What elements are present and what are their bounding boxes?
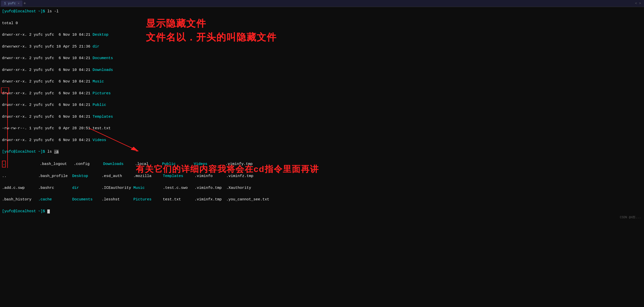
ll-row-8: -rw-rw-r--. 1 yufc yufc 0 Apr 28 20:51 t…	[2, 125, 642, 131]
tab-label: 1 yufc	[4, 2, 16, 5]
annotation-area: 显示隐藏文件 文件名以．开头的叫隐藏文件	[146, 17, 277, 44]
ll-row-0: drwxr-xr-x. 2 yufc yufc 6 Nov 10 04:21 D…	[2, 32, 642, 38]
tab-nav-right[interactable]: < >	[633, 2, 643, 5]
ll-row-5: drwxr-xr-x. 2 yufc yufc 6 Nov 10 04:21 P…	[2, 91, 642, 96]
prompt-line-3: [yufc@localhost ~]$	[2, 208, 642, 214]
ls-a-row-0: . .bash_logout .config Downloads .local …	[2, 161, 642, 167]
tab-item[interactable]: 1 yufc ×	[1, 1, 22, 7]
ll-row-9: drwxr-xr-x. 2 yufc yufc 6 Nov 10 04:21 V…	[2, 137, 642, 143]
prompt-line-2: [yufc@localhost ~]$ ls -a	[2, 149, 642, 155]
terminal[interactable]: [yufc@localhost ~]$ ls -l total 0 drwxr-…	[0, 7, 644, 222]
ll-row-4: drwxr-xr-x. 2 yufc yufc 6 Nov 10 04:21 M…	[2, 79, 642, 84]
watermark: CSDN @#西...	[620, 215, 641, 220]
annotation-title1: 显示隐藏文件	[146, 17, 277, 30]
bottom-annotation: 有关它们的详细内容我将会在cd指令里面再讲	[136, 163, 319, 175]
terminal-wrapper: 显示隐藏文件 文件名以．开头的叫隐藏文件 [yufc@localhost ~]$…	[0, 7, 644, 222]
ll-row-3: drwxr-xr-x. 2 yufc yufc 6 Nov 10 04:21 D…	[2, 67, 642, 73]
ls-a-row-2: .add.c.swp .bashrc dir .ICEauthority Mus…	[2, 185, 642, 191]
tab-close-button[interactable]: ×	[18, 2, 20, 5]
ls-a-row-1: .. .bash_profile Desktop .esd_auth .mozi…	[2, 173, 642, 179]
terminal-content: [yufc@localhost ~]$ ls -l total 0 drwxr-…	[2, 9, 642, 220]
ls-a-row-3: .bash_history .cache Documents .lesshst …	[2, 197, 642, 202]
annotation-title2: 文件名以．开头的叫隐藏文件	[146, 31, 277, 44]
tab-add-button[interactable]: +	[23, 1, 26, 6]
total-line: total 0	[2, 20, 642, 26]
ll-row-1: drwxrwxr-x. 3 yufc yufc 18 Apr 25 21:36 …	[2, 44, 642, 50]
tab-bar: 1 yufc × + < >	[0, 0, 644, 7]
ll-row-6: drwxr-xr-x. 2 yufc yufc 6 Nov 10 04:21 P…	[2, 102, 642, 108]
ll-row-2: drwxr-xr-x. 2 yufc yufc 6 Nov 10 04:21 D…	[2, 55, 642, 61]
ll-row-7: drwxr-xr-x. 2 yufc yufc 6 Nov 10 04:21 T…	[2, 114, 642, 120]
prompt-line-1: [yufc@localhost ~]$ ls -l	[2, 9, 642, 14]
